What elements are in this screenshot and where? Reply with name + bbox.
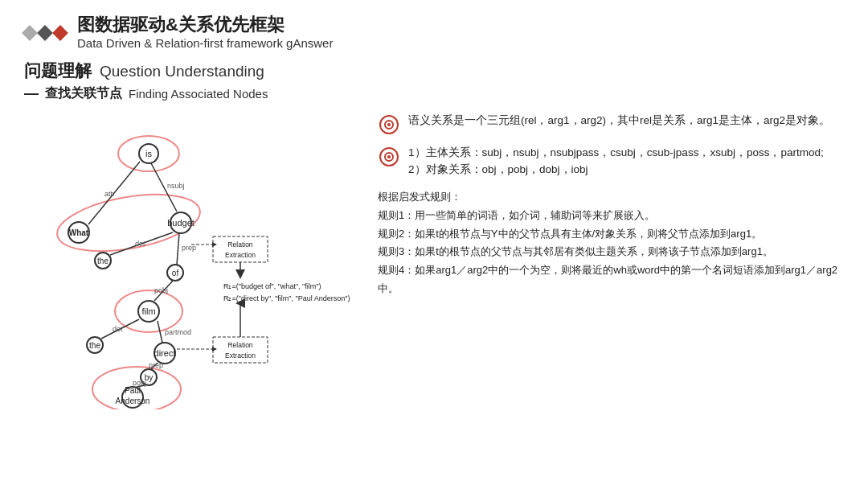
- sem-rel2-text1: 1）主体关系：subj，nsubj，nsubjpass，csubj，csub-j…: [408, 144, 824, 162]
- svg-text:nsubj: nsubj: [167, 182, 185, 190]
- rules-rule1: 规则1：用一些简单的词语，如介词，辅助词等来扩展嵌入。: [378, 207, 844, 225]
- svg-text:R₁=("budget of", "what", "film: R₁=("budget of", "what", "film"): [223, 282, 321, 290]
- svg-text:budget: budget: [167, 218, 194, 228]
- header: 图数据驱动&关系优先框架 Data Driven & Relation-firs…: [24, 14, 844, 51]
- sem-block-1: 语义关系是一个三元组(rel，arg1，arg2)，其中rel是关系，arg1是…: [378, 112, 844, 136]
- header-title-cn: 图数据驱动&关系优先框架: [77, 14, 333, 35]
- svg-text:prep: prep: [149, 361, 163, 369]
- header-title-en: Data Driven & Relation-first framework g…: [77, 35, 333, 51]
- svg-text:the: the: [89, 341, 100, 350]
- main-content: is budget What the of film the: [24, 112, 844, 417]
- sem-block-2: 1）主体关系：subj，nsubj，nsubjpass，csubj，csub-j…: [378, 144, 844, 179]
- rules-block: 根据启发式规则： 规则1：用一些简单的词语，如介词，辅助词等来扩展嵌入。 规则2…: [378, 188, 844, 298]
- svg-point-62: [387, 155, 391, 158]
- svg-text:Relation: Relation: [227, 240, 252, 249]
- diamond-gray-icon: [22, 25, 38, 41]
- svg-text:Extraction: Extraction: [225, 251, 256, 259]
- rules-rule2: 规则2：如果t的根节点与Y中的父节点具有主体/对象关系，则将父节点添加到arg1…: [378, 225, 844, 244]
- svg-text:Anderson: Anderson: [116, 397, 150, 405]
- text-area: 语义关系是一个三元组(rel，arg1，arg2)，其中rel是关系，arg1是…: [378, 112, 844, 417]
- section-cn: 问题理解: [24, 60, 92, 82]
- sub-cn: 查找关联节点: [45, 85, 122, 102]
- rules-rule3: 规则3：如果t的根节点的父节点与其邻居有类似主题关系，则将该子节点添加到arg1…: [378, 243, 844, 261]
- sem-rel2-text2: 2）对象关系：obj，pobj，dobj，iobj: [408, 161, 824, 179]
- section-en: Question Understanding: [100, 63, 264, 80]
- sem-icon-1: [378, 113, 400, 136]
- svg-line-31: [177, 233, 179, 265]
- section-heading: 问题理解 Question Understanding: [24, 60, 844, 82]
- header-diamonds: [24, 27, 66, 39]
- svg-text:direct: direct: [154, 348, 176, 358]
- svg-text:Relation: Relation: [227, 341, 252, 349]
- svg-text:partmod: partmod: [165, 328, 191, 336]
- svg-text:pobj: pobj: [133, 379, 146, 387]
- sem-text-1: 语义关系是一个三元组(rel，arg1，arg2)，其中rel是关系，arg1是…: [408, 112, 830, 129]
- sem-text-2: 1）主体关系：subj，nsubj，nsubjpass，csubj，csub-j…: [408, 144, 824, 179]
- svg-text:Extraction: Extraction: [225, 351, 256, 360]
- svg-text:pobj: pobj: [154, 286, 168, 294]
- rules-rule4: 规则4：如果arg1／arg2中的一个为空，则将最近的wh或word中的第一个名…: [378, 261, 844, 298]
- diamond-red-icon: [52, 25, 68, 41]
- svg-point-59: [387, 123, 391, 126]
- svg-text:the: the: [97, 257, 108, 265]
- svg-text:is: is: [145, 149, 152, 158]
- svg-text:Paul: Paul: [125, 386, 141, 395]
- rules-intro: 根据启发式规则：: [378, 188, 844, 207]
- svg-text:R₂=("direct by", "film", "Paul: R₂=("direct by", "film", "Paul Anderson"…: [223, 294, 350, 302]
- dependency-diagram: is budget What the of film the: [24, 112, 362, 409]
- svg-text:What: What: [69, 228, 89, 237]
- sem-icon-2: [378, 146, 400, 168]
- page-container: 图数据驱动&关系优先框架 Data Driven & Relation-firs…: [0, 0, 868, 485]
- svg-text:film: film: [141, 306, 155, 316]
- header-text-block: 图数据驱动&关系优先框架 Data Driven & Relation-firs…: [77, 14, 333, 51]
- diagram-area: is budget What the of film the: [24, 112, 362, 417]
- svg-text:det: det: [113, 325, 123, 333]
- svg-text:attr: attr: [104, 190, 115, 198]
- svg-text:of: of: [172, 269, 179, 277]
- sub-dash: —: [24, 85, 39, 102]
- sub-en: Finding Associated Nodes: [129, 87, 268, 101]
- sub-heading: — 查找关联节点 Finding Associated Nodes: [24, 85, 844, 102]
- svg-text:det: det: [135, 240, 145, 248]
- diamond-dark-icon: [37, 25, 53, 41]
- sem-rel-text: 语义关系是一个三元组(rel，arg1，arg2)，其中rel是关系，arg1是…: [408, 114, 830, 126]
